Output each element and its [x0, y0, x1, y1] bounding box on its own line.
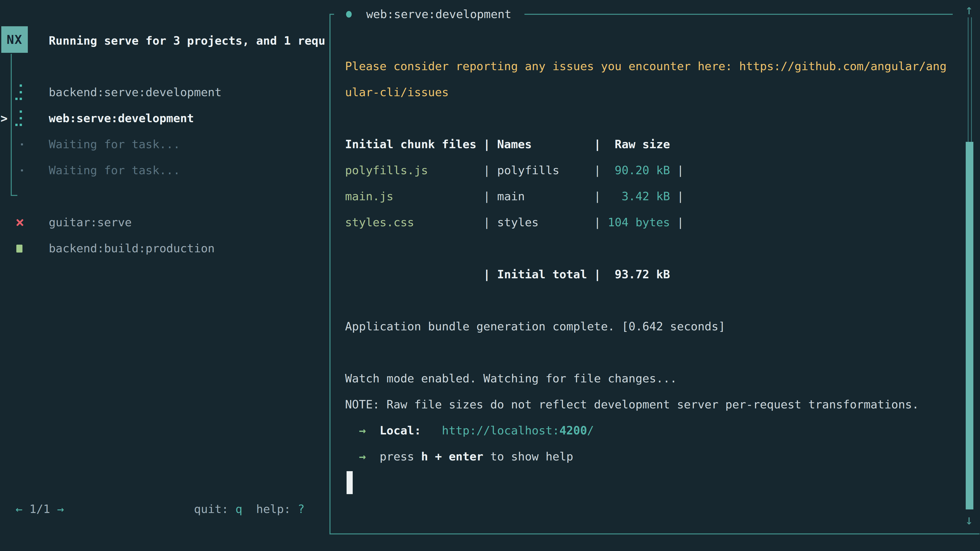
nx-logo-badge: NX: [1, 26, 28, 53]
page-next-icon[interactable]: →: [57, 502, 64, 516]
help-hint-label: help:: [256, 502, 298, 516]
task-label: backend:serve:development: [49, 79, 221, 105]
page-prev-icon[interactable]: ←: [16, 502, 22, 516]
text-segment: |: [670, 189, 684, 203]
text-segment: |: [670, 164, 684, 177]
nx-logo-label: NX: [6, 32, 22, 47]
quit-hint-label: quit:: [194, 502, 235, 516]
error-x-icon: [16, 219, 24, 226]
note-line: NOTE: Raw file sizes do not reflect deve…: [345, 392, 919, 418]
chunk-table-row-polyfills: polyfills.js | polyfills | 90.20 kB |: [345, 157, 684, 183]
text-segment: | Initial total | 93.72 kB: [345, 268, 670, 281]
text-segment: |: [594, 164, 601, 177]
panel-left-border: [329, 14, 331, 534]
nx-tui-app: { "theme": { "background": "#16272f", "a…: [0, 0, 980, 551]
page-indicator: 1/1: [22, 502, 57, 516]
text-segment: |: [484, 189, 497, 203]
help-hint-line: → press h + enter to show help: [345, 444, 573, 470]
help-key: ?: [298, 502, 304, 516]
local-url-port[interactable]: 4200: [559, 424, 587, 437]
text-segment: styles.css: [345, 216, 484, 229]
text-segment: |: [594, 216, 601, 229]
page-title: Running serve for 3 projects, and 1 requ: [49, 28, 328, 54]
help-keys: h + enter: [421, 450, 484, 463]
chunk-table-row-styles: styles.css | styles | 104 bytes |: [345, 210, 684, 235]
text-segment: [366, 424, 380, 437]
text-segment: main: [497, 189, 594, 203]
prompt-arrow-icon: →: [359, 424, 366, 437]
task-tree-corner: [11, 195, 18, 196]
text-segment: 3.42 kB: [601, 189, 670, 203]
text-segment: |: [594, 189, 601, 203]
sidebar-item-guitar-serve[interactable]: guitar:serve: [0, 210, 329, 235]
text-segment: Initial chunk files | Names | Raw size: [345, 138, 670, 151]
spinner-icon: [15, 110, 22, 126]
task-label: Waiting for task...: [49, 157, 180, 183]
waiting-dot-icon: [21, 143, 23, 145]
hotkey-hints: quit: q help: ?: [194, 496, 305, 522]
text-segment: [242, 502, 256, 516]
waiting-dot-icon: [21, 169, 23, 171]
text-segment: |: [484, 164, 497, 177]
pagination-control: ← 1/1 →: [16, 496, 64, 522]
sidebar-item-waiting-for-task-[interactable]: Waiting for task...: [0, 157, 329, 183]
local-url-line: → Local: http://localhost:4200/: [345, 418, 594, 444]
text-segment: ular-cli/issues: [345, 86, 449, 99]
scroll-up-icon[interactable]: ↑: [963, 2, 975, 17]
text-segment: NOTE: Raw file sizes do not reflect deve…: [345, 398, 919, 411]
local-label: Local:: [380, 424, 421, 437]
sidebar-item-waiting-for-task-[interactable]: Waiting for task...: [0, 131, 329, 157]
text-segment: |: [484, 216, 497, 229]
text-segment: 104 bytes: [601, 216, 670, 229]
panel-top-border-start: [329, 14, 334, 15]
text-segment: Please consider reporting any issues you…: [345, 59, 947, 73]
text-segment: to show help: [484, 450, 573, 463]
quit-key: q: [235, 502, 242, 516]
text-segment: main.js: [345, 189, 484, 203]
task-label: Waiting for task...: [49, 131, 180, 157]
bundle-complete-line: Application bundle generation complete. …: [345, 313, 725, 340]
task-label: guitar:serve: [49, 210, 132, 235]
text-segment: Application bundle generation complete. …: [345, 320, 725, 333]
task-label: backend:build:production: [49, 235, 215, 262]
text-segment: [366, 450, 380, 463]
scrollbar-track[interactable]: [968, 17, 972, 142]
text-segment: [421, 424, 442, 437]
sidebar-item-web-serve-development[interactable]: >web:serve:development: [0, 105, 329, 131]
success-square-icon: [16, 245, 22, 252]
text-segment: Watch mode enabled. Watching for file ch…: [345, 372, 677, 385]
local-url-link[interactable]: http://localhost:: [442, 424, 559, 437]
text-segment: [345, 424, 359, 437]
chunk-table-row-main: main.js | main | 3.42 kB |: [345, 183, 684, 210]
terminal-output: Please consider reporting any issues you…: [345, 0, 956, 548]
issue-report-line-2: ular-cli/issues: [345, 79, 449, 105]
text-segment: |: [670, 216, 684, 229]
sidebar-item-backend-serve-development[interactable]: backend:serve:development: [0, 79, 329, 105]
terminal-cursor: [347, 471, 353, 494]
local-url-slash[interactable]: /: [587, 424, 594, 437]
task-label: web:serve:development: [49, 105, 194, 131]
issue-report-line-1: Please consider reporting any issues you…: [345, 53, 947, 79]
text-segment: press: [380, 450, 421, 463]
text-segment: polyfills: [497, 164, 594, 177]
text-segment: styles: [497, 216, 594, 229]
text-segment: polyfills.js: [345, 164, 484, 177]
watch-mode-line: Watch mode enabled. Watching for file ch…: [345, 365, 677, 392]
spinner-icon: [15, 84, 22, 100]
sidebar-item-backend-build-production[interactable]: backend:build:production: [0, 235, 329, 262]
chunk-table-header: Initial chunk files | Names | Raw size: [345, 131, 670, 157]
text-segment: 90.20 kB: [601, 164, 670, 177]
scroll-down-icon[interactable]: ↓: [963, 512, 975, 527]
scrollbar-thumb[interactable]: [966, 142, 974, 510]
chunk-table-total: | Initial total | 93.72 kB: [345, 262, 670, 287]
selected-chevron-icon: >: [0, 105, 8, 131]
text-segment: [345, 450, 359, 463]
prompt-arrow-icon: →: [359, 450, 366, 463]
